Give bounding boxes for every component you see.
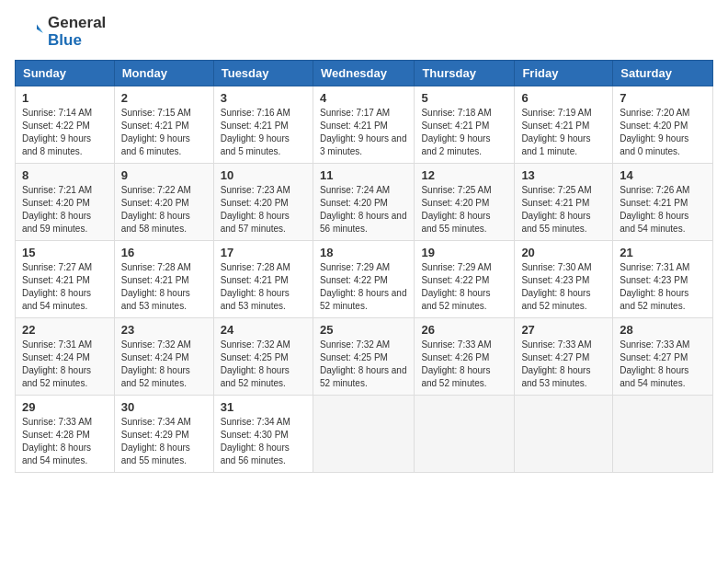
day-number: 3 — [221, 91, 306, 105]
day-info: Sunrise: 7:14 AM Sunset: 4:22 PM Dayligh… — [22, 107, 108, 158]
calendar-day-cell: 11 Sunrise: 7:24 AM Sunset: 4:20 PM Dayl… — [313, 164, 414, 241]
day-info: Sunrise: 7:27 AM Sunset: 4:21 PM Dayligh… — [22, 261, 108, 313]
day-info: Sunrise: 7:22 AM Sunset: 4:20 PM Dayligh… — [121, 184, 207, 236]
calendar-day-cell: 7 Sunrise: 7:20 AM Sunset: 4:20 PM Dayli… — [613, 86, 713, 164]
day-number: 25 — [320, 323, 407, 337]
logo-general-text: General — [48, 14, 106, 31]
day-number: 20 — [521, 246, 606, 259]
day-number: 27 — [521, 323, 606, 337]
weekday-header-saturday: Saturday — [613, 61, 713, 86]
day-number: 18 — [320, 246, 407, 259]
day-info: Sunrise: 7:33 AM Sunset: 4:27 PM Dayligh… — [620, 339, 706, 390]
calendar-day-cell: 9 Sunrise: 7:22 AM Sunset: 4:20 PM Dayli… — [114, 164, 213, 241]
day-number: 2 — [121, 91, 207, 105]
calendar-day-cell: 4 Sunrise: 7:17 AM Sunset: 4:21 PM Dayli… — [313, 86, 414, 164]
logo-blue-text: Blue — [48, 31, 82, 49]
day-number: 13 — [521, 168, 606, 182]
calendar-day-cell: 23 Sunrise: 7:32 AM Sunset: 4:24 PM Dayl… — [114, 318, 213, 396]
day-info: Sunrise: 7:23 AM Sunset: 4:20 PM Dayligh… — [221, 184, 306, 236]
day-number: 15 — [22, 246, 108, 259]
day-info: Sunrise: 7:29 AM Sunset: 4:22 PM Dayligh… — [320, 261, 407, 313]
day-info: Sunrise: 7:24 AM Sunset: 4:20 PM Dayligh… — [320, 184, 407, 236]
day-number: 22 — [22, 323, 108, 337]
day-number: 24 — [221, 323, 306, 337]
day-info: Sunrise: 7:28 AM Sunset: 4:21 PM Dayligh… — [221, 261, 306, 313]
day-number: 29 — [22, 400, 108, 414]
day-number: 9 — [121, 168, 207, 182]
calendar-header-row: SundayMondayTuesdayWednesdayThursdayFrid… — [16, 61, 713, 86]
calendar-day-cell — [313, 396, 414, 473]
day-info: Sunrise: 7:29 AM Sunset: 4:22 PM Dayligh… — [421, 261, 507, 313]
calendar-day-cell: 19 Sunrise: 7:29 AM Sunset: 4:22 PM Dayl… — [415, 241, 515, 318]
calendar-day-cell: 14 Sunrise: 7:26 AM Sunset: 4:21 PM Dayl… — [613, 164, 713, 241]
weekday-header-wednesday: Wednesday — [313, 61, 414, 86]
day-info: Sunrise: 7:17 AM Sunset: 4:21 PM Dayligh… — [320, 107, 407, 158]
calendar-day-cell — [613, 396, 713, 473]
calendar-day-cell: 5 Sunrise: 7:18 AM Sunset: 4:21 PM Dayli… — [415, 86, 515, 164]
day-number: 23 — [121, 323, 207, 337]
calendar-week-row: 22 Sunrise: 7:31 AM Sunset: 4:24 PM Dayl… — [16, 318, 713, 396]
day-info: Sunrise: 7:31 AM Sunset: 4:23 PM Dayligh… — [620, 261, 706, 313]
weekday-header-monday: Monday — [114, 61, 213, 86]
day-info: Sunrise: 7:32 AM Sunset: 4:24 PM Dayligh… — [121, 339, 207, 390]
weekday-header-tuesday: Tuesday — [213, 61, 313, 86]
calendar-week-row: 8 Sunrise: 7:21 AM Sunset: 4:20 PM Dayli… — [16, 164, 713, 241]
calendar-day-cell: 18 Sunrise: 7:29 AM Sunset: 4:22 PM Dayl… — [313, 241, 414, 318]
calendar-day-cell: 24 Sunrise: 7:32 AM Sunset: 4:25 PM Dayl… — [213, 318, 313, 396]
calendar-day-cell: 26 Sunrise: 7:33 AM Sunset: 4:26 PM Dayl… — [415, 318, 515, 396]
day-info: Sunrise: 7:28 AM Sunset: 4:21 PM Dayligh… — [121, 261, 207, 313]
logo-icon — [15, 17, 44, 48]
day-info: Sunrise: 7:15 AM Sunset: 4:21 PM Dayligh… — [121, 107, 207, 158]
day-info: Sunrise: 7:25 AM Sunset: 4:21 PM Dayligh… — [521, 184, 606, 236]
calendar-day-cell: 10 Sunrise: 7:23 AM Sunset: 4:20 PM Dayl… — [213, 164, 313, 241]
day-info: Sunrise: 7:33 AM Sunset: 4:28 PM Dayligh… — [22, 416, 108, 467]
day-number: 5 — [421, 91, 507, 105]
day-info: Sunrise: 7:32 AM Sunset: 4:25 PM Dayligh… — [221, 339, 306, 390]
day-number: 30 — [121, 400, 207, 414]
day-number: 6 — [521, 91, 606, 105]
day-number: 17 — [221, 246, 306, 259]
calendar-day-cell: 2 Sunrise: 7:15 AM Sunset: 4:21 PM Dayli… — [114, 86, 213, 164]
day-info: Sunrise: 7:33 AM Sunset: 4:26 PM Dayligh… — [421, 339, 507, 390]
calendar-week-row: 29 Sunrise: 7:33 AM Sunset: 4:28 PM Dayl… — [16, 396, 713, 473]
calendar-day-cell: 3 Sunrise: 7:16 AM Sunset: 4:21 PM Dayli… — [213, 86, 313, 164]
calendar-day-cell: 21 Sunrise: 7:31 AM Sunset: 4:23 PM Dayl… — [613, 241, 713, 318]
day-info: Sunrise: 7:32 AM Sunset: 4:25 PM Dayligh… — [320, 339, 407, 390]
weekday-header-friday: Friday — [515, 61, 613, 86]
calendar-day-cell: 29 Sunrise: 7:33 AM Sunset: 4:28 PM Dayl… — [16, 396, 115, 473]
calendar-day-cell: 22 Sunrise: 7:31 AM Sunset: 4:24 PM Dayl… — [16, 318, 115, 396]
day-info: Sunrise: 7:18 AM Sunset: 4:21 PM Dayligh… — [421, 107, 507, 158]
day-number: 8 — [22, 168, 108, 182]
svg-marker-1 — [40, 27, 43, 32]
day-number: 12 — [421, 168, 507, 182]
calendar-day-cell — [515, 396, 613, 473]
logo: General Blue — [15, 15, 106, 49]
day-number: 21 — [620, 246, 706, 259]
calendar-table: SundayMondayTuesdayWednesdayThursdayFrid… — [15, 60, 713, 473]
calendar-day-cell: 30 Sunrise: 7:34 AM Sunset: 4:29 PM Dayl… — [114, 396, 213, 473]
calendar-day-cell: 20 Sunrise: 7:30 AM Sunset: 4:23 PM Dayl… — [515, 241, 613, 318]
day-number: 26 — [421, 323, 507, 337]
weekday-header-sunday: Sunday — [16, 61, 115, 86]
day-number: 1 — [22, 91, 108, 105]
day-info: Sunrise: 7:30 AM Sunset: 4:23 PM Dayligh… — [521, 261, 606, 313]
day-info: Sunrise: 7:33 AM Sunset: 4:27 PM Dayligh… — [521, 339, 606, 390]
calendar-week-row: 1 Sunrise: 7:14 AM Sunset: 4:22 PM Dayli… — [16, 86, 713, 164]
calendar-day-cell: 1 Sunrise: 7:14 AM Sunset: 4:22 PM Dayli… — [16, 86, 115, 164]
day-info: Sunrise: 7:34 AM Sunset: 4:29 PM Dayligh… — [121, 416, 207, 467]
calendar-day-cell: 31 Sunrise: 7:34 AM Sunset: 4:30 PM Dayl… — [213, 396, 313, 473]
day-info: Sunrise: 7:26 AM Sunset: 4:21 PM Dayligh… — [620, 184, 706, 236]
page-header: General Blue — [15, 15, 713, 49]
day-info: Sunrise: 7:34 AM Sunset: 4:30 PM Dayligh… — [221, 416, 306, 467]
calendar-day-cell: 25 Sunrise: 7:32 AM Sunset: 4:25 PM Dayl… — [313, 318, 414, 396]
weekday-header-thursday: Thursday — [415, 61, 515, 86]
calendar-day-cell: 16 Sunrise: 7:28 AM Sunset: 4:21 PM Dayl… — [114, 241, 213, 318]
calendar-day-cell: 12 Sunrise: 7:25 AM Sunset: 4:20 PM Dayl… — [415, 164, 515, 241]
calendar-day-cell: 27 Sunrise: 7:33 AM Sunset: 4:27 PM Dayl… — [515, 318, 613, 396]
day-number: 7 — [620, 91, 706, 105]
calendar-day-cell: 8 Sunrise: 7:21 AM Sunset: 4:20 PM Dayli… — [16, 164, 115, 241]
calendar-day-cell: 13 Sunrise: 7:25 AM Sunset: 4:21 PM Dayl… — [515, 164, 613, 241]
day-number: 4 — [320, 91, 407, 105]
calendar-week-row: 15 Sunrise: 7:27 AM Sunset: 4:21 PM Dayl… — [16, 241, 713, 318]
day-info: Sunrise: 7:19 AM Sunset: 4:21 PM Dayligh… — [521, 107, 606, 158]
